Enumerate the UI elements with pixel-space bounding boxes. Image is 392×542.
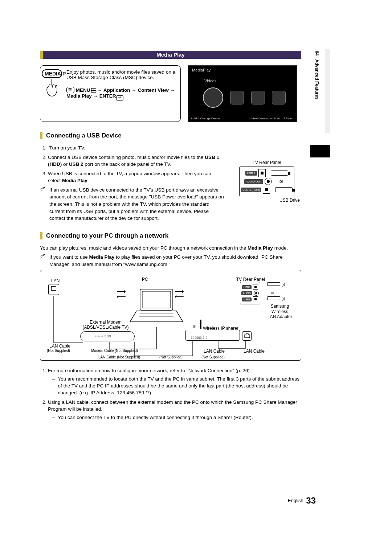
svg-rect-1 <box>142 291 171 308</box>
intro-description: Enjoy photos, music and/or movie files s… <box>66 69 177 80</box>
pc-note-b: Media Play <box>89 254 115 260</box>
usb-step-1-text: Turn on your TV. <box>49 145 85 151</box>
pc-network-intro: You can play pictures, music and videos … <box>40 245 301 252</box>
pc-intro-pre: You can play pictures, music and videos … <box>40 245 248 251</box>
diagram-ext-modem-sub: (ADSL/VDSL/Cable TV) <box>82 325 128 330</box>
wlan-adapter-icon: )) <box>267 296 285 301</box>
usb-1-port-icon <box>263 186 270 194</box>
audio-out-label: AUDIO OUT <box>244 179 263 184</box>
hand-pressing-icon <box>45 79 59 97</box>
net-step-2: Using a LAN cable, connect between the e… <box>48 399 301 421</box>
intro-box: MEDIA.P Enjoy photos, music and/or movie… <box>40 65 181 122</box>
usb-connect-steps: Turn on your TV. Connect a USB device co… <box>40 144 225 184</box>
menu-grid-icon <box>91 88 96 93</box>
svg-rect-0 <box>140 289 173 310</box>
arrow-left-icon: ⟵ <box>175 293 184 301</box>
screenshot-enter-key: ↵ <box>270 117 273 120</box>
diagram-lan-cable-ns-label: LAN Cable (Not Supplied) <box>98 355 140 359</box>
sidebar-thumb <box>310 145 330 157</box>
media-p-remote-button: MEDIA.P <box>42 69 62 78</box>
page-content: Media Play MEDIA.P Enjoy photos, music a… <box>40 51 301 423</box>
intro-navigation-path: MENU → Application → Content View → Medi… <box>66 87 177 100</box>
section-heading-pc-network: Connecting to your PC through a network <box>40 232 301 239</box>
net-step-1: For more information on how to configure… <box>48 367 301 396</box>
rear-panel-caption: TV Rear Panel <box>232 160 301 165</box>
page-footer: English 33 <box>288 496 316 506</box>
diagram-rear-label: TV Rear Panel <box>236 277 265 282</box>
or-label: or <box>273 179 289 184</box>
diagram-ext-modem: External Modem (ADSL/VDSL/Cable TV) <box>78 320 133 330</box>
note-icon <box>40 254 46 268</box>
sidebar-chapter-number: 04 <box>314 51 319 56</box>
pc-intro-b: Media Play <box>248 245 273 251</box>
footer-page-number: 33 <box>306 496 316 505</box>
audio-out-port-icon <box>265 178 272 185</box>
usb-step-3-b: Media Play <box>62 178 87 183</box>
sidebar-accent <box>325 49 330 133</box>
diagram-lan-cable-label-3: LAN Cable <box>244 349 265 354</box>
screenshot-music-icon <box>230 91 244 104</box>
usb-drive-icon-2 <box>275 187 293 192</box>
nav-menu-label: MENU <box>76 87 90 93</box>
usb-step-3-post: . <box>87 178 89 183</box>
arrow-left-icon: ⟵ <box>117 293 126 301</box>
usb-1-label: USB 1 (HDD) <box>241 188 261 192</box>
usb-drive-caption: USB Drive <box>232 198 301 203</box>
network-setup-steps: For more information on how to configure… <box>40 367 301 421</box>
network-connection-diagram: LAN PC ⟶ ⟵ ⟶ ⟵ TV Rear Panel USB2 AUDIO … <box>40 270 301 361</box>
diagram-ext-modem-label: External Modem <box>90 320 121 325</box>
pc-note-pre: If you want to use <box>49 254 89 260</box>
section-heading-usb: Connecting a USB Device <box>40 132 301 139</box>
net-step-2a-text: You can connect the TV to the PC directl… <box>58 414 253 421</box>
pc-share-manager-note: If you want to use Media Play to play fi… <box>49 254 301 268</box>
antenna-icon <box>200 320 201 329</box>
net-step-2-text: Using a LAN cable, connect between the e… <box>48 399 297 412</box>
screenshot-photos-icon <box>251 91 265 104</box>
screenshot-d-key: D <box>249 117 251 120</box>
screenshot-change-device: Change Device <box>200 117 220 120</box>
usb-step-2-mid: or <box>62 161 69 167</box>
lan-wall-jack-icon <box>48 284 59 295</box>
screenshot-return: Return <box>286 117 294 120</box>
usb-step-2-post: port on the back or side panel of the TV… <box>83 161 171 167</box>
note-icon <box>40 186 46 222</box>
screenshot-videos-label: Videos <box>204 79 216 83</box>
dash-bullet: – <box>52 376 55 397</box>
usb-step-1: Turn on your TV. <box>48 144 225 152</box>
header-title: Media Play <box>156 52 185 58</box>
screenshot-sum-label: SUM <box>191 117 197 120</box>
screenshot-title: MediaPlay <box>192 68 211 72</box>
screenshot-return-key: ↺ <box>282 117 285 120</box>
lan-connector-icon <box>242 331 252 341</box>
diagram-lan-cable-label-2: LAN Cable <box>204 349 225 354</box>
external-modem-icon: ▫▫▫▫▫▫ ▯ ▯▯ <box>80 331 135 341</box>
sidebar-chapter-title: Advanced Features <box>314 59 319 99</box>
diagram-or-label: or <box>271 290 275 295</box>
usb-step-2: Connect a USB device containing photo, m… <box>48 154 225 168</box>
diagram-not-supplied-3: (Not Supplied) <box>201 355 225 359</box>
wireless-router-icon: ▯▯▯▯▯▯ ▯ ▯ <box>185 330 240 341</box>
net-step-1a-text: You are recommended to locate both the T… <box>58 376 301 397</box>
dash-bullet: – <box>52 414 55 421</box>
wlan-adapter-icon: )) <box>267 282 285 287</box>
net-step-1-text: For more information on how to configure… <box>48 368 251 373</box>
usb-power-note: If an external USB device connected to t… <box>49 186 225 222</box>
diagram-not-supplied-2: (Not Supplied) <box>159 355 183 359</box>
usb-step-3: When USB is connected to the TV, a popup… <box>48 170 225 184</box>
diagram-not-supplied-1: (Not Supplied) <box>47 349 70 353</box>
enter-button-icon: ↵ <box>116 95 123 100</box>
screenshot-a-key: A <box>198 117 200 120</box>
diagram-wlan-label: Samsung Wireless LAN Adapter <box>267 304 293 319</box>
usb-2-port-icon <box>258 169 266 177</box>
diagram-lan-cable-label: LAN Cable <box>49 344 70 349</box>
tv-rear-panel-usb-figure: TV Rear Panel USB 2 AUDIO OUT or USB 1 (… <box>232 160 301 203</box>
wireless-signal-icon: ((( <box>193 324 197 328</box>
screenshot-view-devices: View Devices <box>252 117 269 120</box>
usb-step-2-b2: USB 2 <box>69 161 83 167</box>
section-header-mediaplay: Media Play <box>40 51 301 59</box>
diagram-rear-panel: USB2 AUDIO USB1 <box>240 282 260 304</box>
sidebar-chapter-label: 04 Advanced Features <box>313 51 319 99</box>
mediaplay-screenshot: MediaPlay Videos SUM A Change Device D V… <box>188 65 297 122</box>
menu-button-icon <box>66 87 74 93</box>
usb-step-2-pre: Connect a USB device containing photo, m… <box>48 155 205 160</box>
